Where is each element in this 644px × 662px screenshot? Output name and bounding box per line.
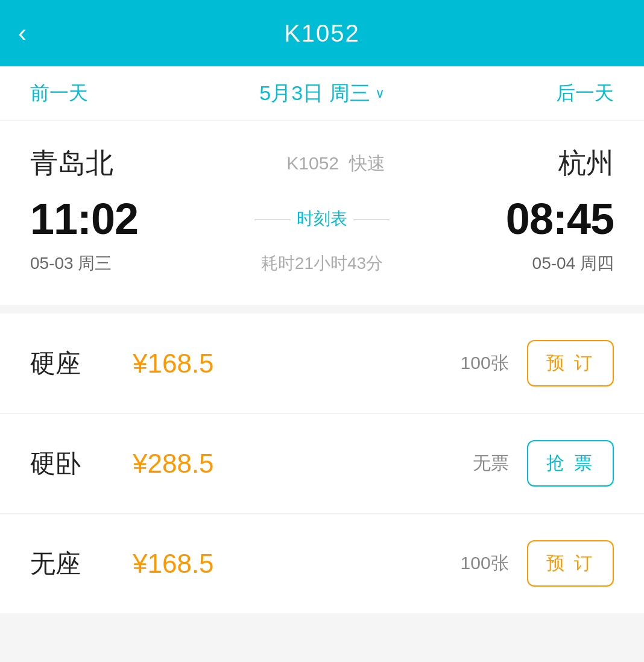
duration-label: 耗时21小时43分: [261, 252, 383, 275]
route-row: 青岛北 K1052 快速 杭州: [30, 145, 614, 182]
ticket-row: 硬卧 ¥288.5 无票 抢 票: [0, 414, 644, 514]
line-right: [353, 219, 390, 219]
ticket-availability-1: 无票: [437, 451, 509, 476]
schedule-label[interactable]: 时刻表: [297, 207, 347, 230]
back-button[interactable]: ‹: [18, 20, 27, 46]
departure-date: 05-03 周三: [30, 252, 112, 275]
ticket-type-1: 硬卧: [30, 447, 109, 481]
prev-day-button[interactable]: 前一天: [30, 80, 88, 107]
date-selector[interactable]: 5月3日 周三 ∨: [259, 80, 384, 107]
chevron-down-icon: ∨: [375, 86, 385, 101]
next-day-button[interactable]: 后一天: [556, 80, 614, 107]
ticket-action-button-1[interactable]: 抢 票: [527, 440, 614, 487]
ticket-price-2: ¥168.5: [109, 549, 437, 579]
ticket-type-0: 硬座: [30, 347, 109, 380]
dates-row: 05-03 周三 耗时21小时43分 05-04 周四: [30, 252, 614, 275]
ticket-availability-0: 100张: [437, 351, 509, 376]
current-date-label: 5月3日 周三: [259, 80, 370, 107]
destination-station: 杭州: [558, 145, 614, 182]
train-info-section: 青岛北 K1052 快速 杭州 11:02 时刻表 08:45 05-03 周三…: [0, 121, 644, 305]
ticket-type-2: 无座: [30, 547, 109, 581]
times-row: 11:02 时刻表 08:45: [30, 194, 614, 244]
ticket-price-1: ¥288.5: [109, 449, 437, 479]
ticket-section: 硬座 ¥168.5 100张 预 订 硬卧 ¥288.5 无票 抢 票 无座 ¥…: [0, 314, 644, 613]
departure-time: 11:02: [30, 194, 138, 244]
ticket-availability-2: 100张: [437, 551, 509, 576]
header: ‹ K1052: [0, 0, 644, 66]
ticket-row: 无座 ¥168.5 100张 预 订: [0, 514, 644, 613]
ticket-price-0: ¥168.5: [109, 348, 437, 379]
origin-station: 青岛北: [30, 145, 113, 182]
line-left: [254, 219, 291, 219]
ticket-action-button-0[interactable]: 预 订: [527, 340, 614, 386]
date-navigation: 前一天 5月3日 周三 ∨ 后一天: [0, 66, 644, 121]
ticket-action-button-2[interactable]: 预 订: [527, 540, 614, 587]
arrival-time: 08:45: [506, 194, 614, 244]
schedule-link[interactable]: 时刻表: [248, 207, 396, 230]
page-title: K1052: [284, 20, 360, 47]
ticket-row: 硬座 ¥168.5 100张 预 订: [0, 314, 644, 414]
arrival-date: 05-04 周四: [532, 252, 614, 275]
train-number-label: K1052 快速: [286, 151, 385, 176]
